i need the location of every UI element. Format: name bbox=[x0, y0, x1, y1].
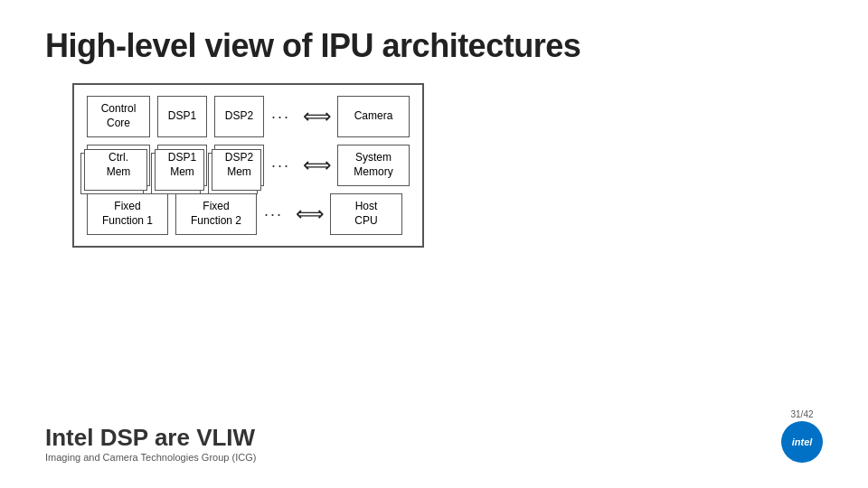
slide-title: High-level view of IPU architectures bbox=[45, 27, 823, 65]
diagram-container: ControlCore DSP1 DSP2 ··· ⟺ Camera Ctrl.… bbox=[72, 83, 823, 248]
ipu-diagram: ControlCore DSP1 DSP2 ··· ⟺ Camera Ctrl.… bbox=[72, 83, 424, 248]
page-number: 31/42 bbox=[790, 409, 813, 419]
fixed-function-2-box: FixedFunction 2 bbox=[175, 193, 257, 235]
camera-box: Camera bbox=[337, 96, 410, 137]
arrow-2: ⟺ bbox=[303, 154, 332, 177]
dsp1-box: DSP1 bbox=[157, 96, 207, 137]
dots-3: ··· bbox=[264, 205, 283, 224]
intel-badge: 31/42 intel bbox=[781, 409, 823, 463]
arrow-1: ⟺ bbox=[303, 105, 332, 128]
dsp1-mem-box: DSP1Mem bbox=[157, 145, 207, 186]
intel-logo-text: intel bbox=[792, 436, 813, 447]
diagram-row-2: Ctrl.Mem DSP1Mem DSP2Mem ··· ⟺ SystemMem… bbox=[87, 145, 410, 186]
dsp2-mem-box: DSP2Mem bbox=[214, 145, 264, 186]
ctrl-mem-box: Ctrl.Mem bbox=[87, 145, 150, 186]
diagram-row-3: FixedFunction 1 FixedFunction 2 ··· ⟺ Ho… bbox=[87, 193, 410, 235]
control-core-box: ControlCore bbox=[87, 96, 150, 137]
dots-1: ··· bbox=[271, 108, 290, 127]
intel-dsp-label: Intel DSP are VLIW bbox=[45, 424, 256, 452]
dots-2: ··· bbox=[271, 156, 290, 175]
arrow-3: ⟺ bbox=[296, 202, 325, 226]
slide: High-level view of IPU architectures Con… bbox=[0, 0, 868, 488]
footer-text: Imaging and Camera Technologies Group (I… bbox=[45, 452, 256, 463]
host-cpu-box: HostCPU bbox=[330, 193, 402, 235]
fixed-function-1-box: FixedFunction 1 bbox=[87, 193, 168, 235]
dsp2-box: DSP2 bbox=[214, 96, 264, 137]
bottom-area: Intel DSP are VLIW Imaging and Camera Te… bbox=[45, 409, 823, 463]
system-memory-box: SystemMemory bbox=[337, 145, 410, 186]
diagram-row-1: ControlCore DSP1 DSP2 ··· ⟺ Camera bbox=[87, 96, 410, 137]
intel-logo: intel bbox=[781, 421, 823, 463]
